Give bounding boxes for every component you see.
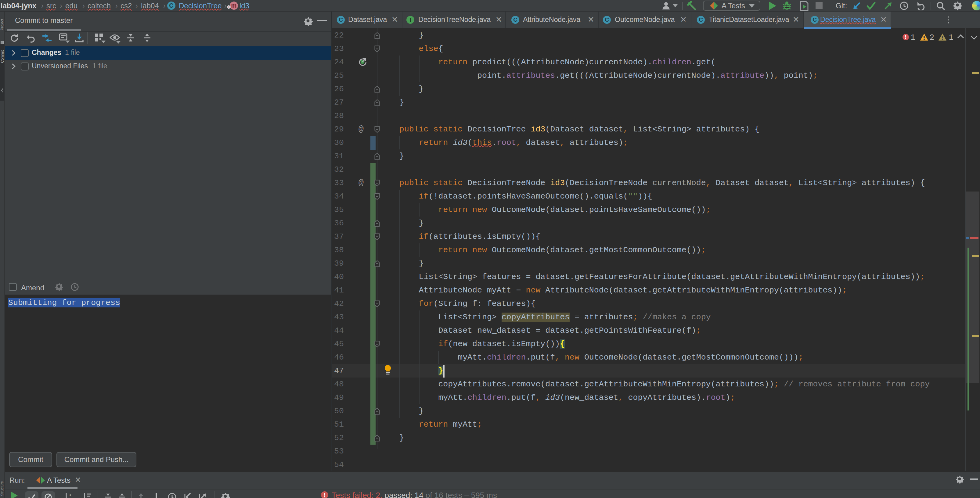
svg-text:a: a (68, 493, 71, 497)
